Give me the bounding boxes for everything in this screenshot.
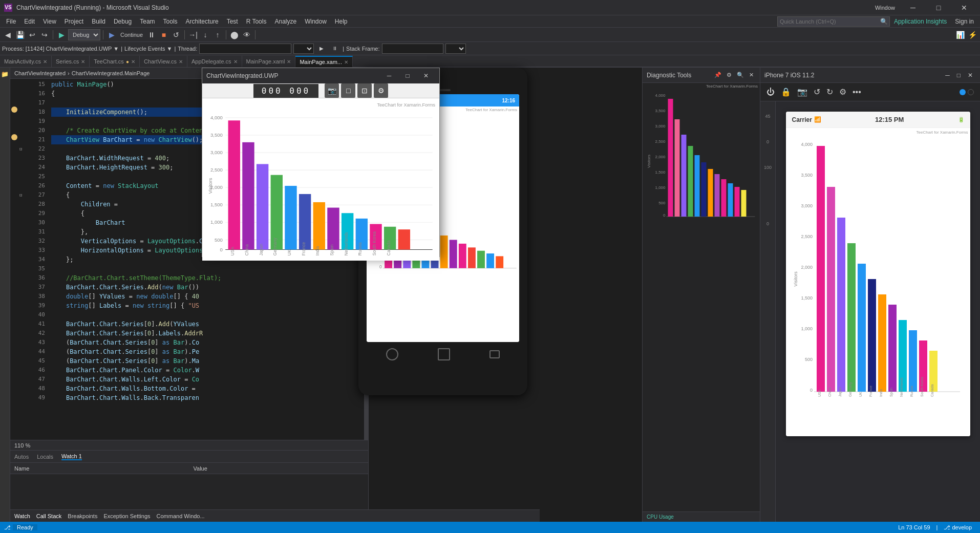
iphone-more-btn[interactable]: •••: [853, 88, 861, 97]
android-recent-btn[interactable]: [489, 350, 500, 358]
tab-teechart[interactable]: TeeChart.cs ● ✕: [90, 56, 140, 67]
menu-team[interactable]: Team: [136, 17, 159, 26]
tab-mainpage-active[interactable]: MainPage.xam... ✕: [295, 56, 353, 67]
uwp-close[interactable]: ✕: [417, 68, 435, 83]
menu-rtools[interactable]: R Tools: [242, 17, 271, 26]
iphone-panel-maximize[interactable]: □: [954, 72, 964, 79]
svg-text:2,500: 2,500: [655, 139, 666, 144]
iphone-camera-btn[interactable]: 📷: [797, 87, 807, 97]
quick-launch-input[interactable]: [777, 16, 890, 27]
stop-btn[interactable]: ■: [158, 29, 169, 40]
bottom-tab-locals[interactable]: Locals: [37, 454, 53, 460]
menu-view[interactable]: View: [39, 17, 60, 26]
svg-rect-78: [837, 218, 845, 392]
iphone-rotate-left-btn[interactable]: ↺: [814, 87, 820, 97]
tab-chartview-close[interactable]: ✕: [179, 59, 183, 65]
menu-build[interactable]: Build: [88, 17, 110, 26]
iphone-rotate-right-btn[interactable]: ↻: [826, 87, 833, 97]
sign-in-button[interactable]: Sign in: [951, 17, 978, 26]
thread-pause-btn[interactable]: ⏸: [329, 43, 340, 54]
tab-chartview[interactable]: ChartView.cs ✕: [140, 56, 187, 67]
stack-frame-dropdown[interactable]: [445, 44, 466, 54]
tab-series-close[interactable]: ✕: [81, 59, 85, 65]
step-out-btn[interactable]: ↑: [212, 29, 223, 40]
menu-architecture[interactable]: Architecture: [182, 17, 223, 26]
iphone-panel-minimize[interactable]: ─: [942, 72, 953, 79]
breakpoints-btn[interactable]: ⬤: [229, 29, 240, 40]
diag-pin-btn[interactable]: 📌: [712, 72, 723, 78]
menu-debug[interactable]: Debug: [110, 17, 136, 26]
bottom-cmd-tab[interactable]: Command Windo...: [157, 513, 205, 519]
bottom-tab-watch1[interactable]: Watch 1: [61, 453, 82, 460]
uwp-btn3[interactable]: ⊡: [357, 83, 372, 98]
back-btn[interactable]: ◀: [2, 29, 13, 40]
run-btn[interactable]: ▶: [56, 29, 67, 40]
bottom-callstack-tab[interactable]: Call Stack: [36, 513, 62, 519]
watch-btn[interactable]: 👁: [241, 29, 252, 40]
step-into-btn[interactable]: ↓: [200, 29, 211, 40]
tab-series[interactable]: Series.cs ✕: [52, 56, 90, 67]
menu-help[interactable]: Help: [331, 17, 352, 26]
sign-in-label[interactable]: Window: [871, 0, 899, 15]
breadcrumb-namespace[interactable]: ChartViewIntegrated: [14, 70, 66, 76]
solution-explorer-icon[interactable]: 📁: [1, 70, 10, 79]
tab-mainactivity[interactable]: MainActivity.cs ✕: [0, 56, 52, 67]
uwp-btn2[interactable]: □: [341, 83, 355, 98]
restart-btn[interactable]: ↺: [171, 29, 182, 40]
bottom-breakpoints-tab[interactable]: Breakpoints: [68, 513, 97, 519]
undo-btn[interactable]: ↩: [27, 29, 38, 40]
tab-appdelegate-close[interactable]: ✕: [233, 59, 238, 65]
android-home-btn[interactable]: [438, 348, 450, 360]
iphone-screen[interactable]: Carrier 📶 12:15 PM 🔋 TeeChart for Xamari…: [786, 112, 970, 436]
uwp-maximize[interactable]: □: [398, 68, 417, 83]
diag-zoom-in-btn[interactable]: 🔍: [735, 72, 746, 78]
android-back-btn[interactable]: [386, 348, 398, 360]
debug-dropdown[interactable]: Debug: [68, 29, 100, 40]
diag-close-btn[interactable]: ✕: [747, 72, 756, 78]
menu-file[interactable]: File: [2, 17, 20, 26]
cpu-usage-text: CPU Usage: [647, 514, 674, 520]
step-over-btn[interactable]: →|: [187, 29, 199, 40]
thread-input[interactable]: [199, 44, 291, 54]
menu-tools[interactable]: Tools: [159, 17, 182, 26]
close-button[interactable]: ✕: [952, 0, 976, 15]
tab-mainpage-close[interactable]: ✕: [344, 59, 348, 65]
thread-btn[interactable]: ▶: [316, 43, 327, 54]
uwp-minimize[interactable]: ─: [380, 68, 398, 83]
fold-column: ⊟ ⊟: [19, 79, 27, 440]
minimize-button[interactable]: ─: [901, 0, 925, 15]
menu-project[interactable]: Project: [60, 17, 88, 26]
iphone-lock-btn[interactable]: 🔒: [781, 87, 791, 97]
tab-teechart-close[interactable]: ✕: [131, 59, 135, 65]
iphone-panel-close[interactable]: ✕: [965, 72, 976, 79]
tab-mainpagexaml[interactable]: MainPage.xaml ✕: [242, 56, 296, 67]
diag-btn[interactable]: 📊: [954, 29, 966, 40]
tab-appdelegate[interactable]: AppDelegate.cs ✕: [187, 56, 242, 67]
tab-mainpagexaml-close[interactable]: ✕: [287, 59, 291, 65]
app-insights-label[interactable]: Application Insights: [890, 17, 951, 26]
menu-test[interactable]: Test: [223, 17, 242, 26]
save-btn[interactable]: 💾: [14, 29, 26, 40]
menu-edit[interactable]: Edit: [20, 17, 39, 26]
maximize-button[interactable]: □: [927, 0, 950, 15]
diag-settings-btn[interactable]: ⚙: [725, 72, 734, 78]
svg-text:USA: USA: [818, 389, 821, 397]
uwp-btn1[interactable]: 📷: [325, 83, 339, 98]
thread-dropdown[interactable]: [293, 44, 314, 54]
pause-btn[interactable]: ⏸: [146, 29, 157, 40]
menu-window[interactable]: Window: [301, 17, 331, 26]
zoom-level[interactable]: 110 %: [14, 442, 30, 449]
bottom-tab-autos[interactable]: Autos: [14, 454, 29, 460]
bottom-watch-tab[interactable]: Watch: [14, 513, 30, 519]
tab-mainactivity-close[interactable]: ✕: [43, 59, 47, 65]
iphone-settings-btn[interactable]: ⚙: [839, 87, 846, 97]
uwp-btn4[interactable]: ⚙: [374, 83, 388, 98]
redo-btn[interactable]: ↪: [39, 29, 50, 40]
breadcrumb-class[interactable]: ChartViewIntegrated.MainPage: [72, 70, 150, 76]
menu-analyze[interactable]: Analyze: [270, 17, 301, 26]
stack-frame-input[interactable]: [382, 44, 443, 54]
continue-btn[interactable]: ▶: [106, 29, 117, 40]
perf-btn[interactable]: ⚡: [967, 29, 978, 40]
iphone-power-btn[interactable]: ⏻: [766, 88, 775, 97]
bottom-exception-tab[interactable]: Exception Settings: [103, 513, 150, 519]
